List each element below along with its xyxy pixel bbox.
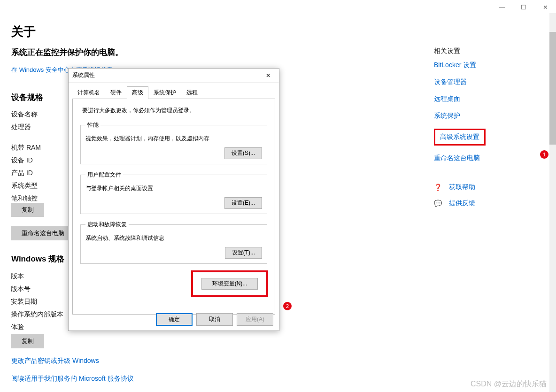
microsoft-agreement-link[interactable]: 阅读适用于我们服务的 Microsoft 服务协议 [11, 375, 134, 383]
group-performance: 性能 视觉效果，处理器计划，内存使用，以及虚拟内存 设置(S)... [80, 121, 267, 164]
device-spec-list: 设备名称 处理器 机带 RAM 设备 ID 产品 ID 系统类型 笔和触控 [11, 110, 41, 207]
startup-recovery-settings-button[interactable]: 设置(T)... [225, 247, 262, 259]
group-performance-desc: 视觉效果，处理器计划，内存使用，以及虚拟内存 [85, 135, 262, 143]
close-button[interactable]: ✕ [534, 0, 556, 14]
scrollbar-thumb[interactable] [549, 32, 556, 145]
spec-install-date: 安装日期 [11, 298, 63, 306]
group-startup-recovery: 启动和故障恢复 系统启动、系统故障和调试信息 设置(T)... [80, 221, 267, 264]
group-user-profiles: 用户配置文件 与登录帐户相关的桌面设置 设置(E)... [80, 171, 267, 214]
spec-device-name: 设备名称 [11, 110, 41, 119]
annotation-badge-2: 2 [283, 302, 292, 310]
related-settings-heading: 相关设置 [434, 47, 537, 55]
rename-pc-button[interactable]: 重命名这台电脑 [11, 226, 75, 240]
maximize-button[interactable]: ☐ [513, 0, 534, 14]
group-user-profiles-legend: 用户配置文件 [85, 171, 123, 179]
tab-system-protection[interactable]: 系统保护 [148, 86, 181, 99]
system-properties-dialog: 系统属性 ✕ 计算机名 硬件 高级 系统保护 远程 要进行大多数更改，你必须作为… [68, 68, 279, 331]
spec-product-id: 产品 ID [11, 169, 41, 177]
tab-body-advanced: 要进行大多数更改，你必须作为管理员登录。 性能 视觉效果，处理器计划，内存使用，… [72, 99, 275, 315]
get-help-label: 获取帮助 [449, 183, 475, 192]
annotation-highlight-env: 环境变量(N)... [191, 270, 268, 297]
spec-os-build: 操作系统内部版本 [11, 310, 63, 319]
performance-settings-button[interactable]: 设置(S)... [224, 147, 262, 159]
feedback-icon: 💬 [434, 200, 443, 207]
spec-processor: 处理器 [11, 123, 41, 131]
dialog-tabs: 计算机名 硬件 高级 系统保护 远程 [72, 86, 275, 99]
windows-spec-heading: Windows 规格 [11, 254, 64, 264]
get-help-row[interactable]: ❓ 获取帮助 [434, 183, 537, 192]
window-controls: — ☐ ✕ [491, 0, 556, 14]
sidebar-link-bitlocker[interactable]: BitLocker 设置 [434, 61, 537, 69]
related-settings-sidebar: 相关设置 BitLocker 设置 设备管理器 远程桌面 系统保护 高级系统设置… [434, 47, 537, 215]
environment-variables-button[interactable]: 环境变量(N)... [201, 278, 258, 290]
dialog-titlebar[interactable]: 系统属性 ✕ [69, 69, 279, 83]
spec-edition: 版本 [11, 272, 63, 281]
watermark: CSDN @云边的快乐猫 [471, 379, 547, 389]
sidebar-link-system-protection[interactable]: 系统保护 [434, 112, 537, 120]
group-user-profiles-desc: 与登录帐户相关的桌面设置 [85, 184, 262, 192]
sidebar-link-rename-pc[interactable]: 重命名这台电脑 [434, 154, 537, 162]
tab-advanced[interactable]: 高级 [127, 86, 148, 99]
device-spec-heading: 设备规格 [11, 92, 43, 103]
group-startup-recovery-desc: 系统启动、系统故障和调试信息 [85, 234, 262, 242]
cancel-button[interactable]: 取消 [196, 313, 233, 326]
user-profiles-settings-button[interactable]: 设置(E)... [224, 197, 262, 209]
admin-note: 要进行大多数更改，你必须作为管理员登录。 [82, 107, 268, 115]
spec-version: 版本号 [11, 285, 63, 293]
dialog-title: 系统属性 [72, 71, 95, 79]
tab-computer-name[interactable]: 计算机名 [72, 86, 105, 99]
protection-subheading: 系统正在监控并保护你的电脑。 [11, 47, 123, 58]
copy-device-spec-button[interactable]: 复制 [11, 203, 44, 217]
dialog-button-row: 确定 取消 应用(A) [156, 313, 273, 326]
dialog-close-button[interactable]: ✕ [261, 72, 275, 79]
sidebar-link-advanced-system-settings[interactable]: 高级系统设置 [440, 133, 479, 141]
change-product-key-link[interactable]: 更改产品密钥或升级 Windows [11, 357, 99, 365]
minimize-button[interactable]: — [491, 0, 513, 14]
group-performance-legend: 性能 [85, 121, 100, 129]
page-title: 关于 [11, 23, 36, 40]
windows-spec-list: 版本 版本号 安装日期 操作系统内部版本 体验 [11, 272, 63, 336]
copy-windows-spec-button[interactable]: 复制 [11, 334, 44, 348]
spec-experience: 体验 [11, 323, 63, 331]
annotation-highlight-advanced: 高级系统设置 [434, 129, 486, 146]
help-icon: ❓ [434, 184, 443, 191]
sidebar-link-device-manager[interactable]: 设备管理器 [434, 78, 537, 86]
spec-ram: 机带 RAM [11, 144, 41, 152]
spec-system-type: 系统类型 [11, 182, 41, 190]
group-startup-recovery-legend: 启动和故障恢复 [85, 221, 129, 229]
ok-button[interactable]: 确定 [156, 313, 193, 326]
tab-hardware[interactable]: 硬件 [105, 86, 127, 99]
spec-device-id: 设备 ID [11, 156, 41, 165]
spec-pen-touch: 笔和触控 [11, 194, 41, 203]
tab-remote[interactable]: 远程 [181, 86, 203, 99]
apply-button[interactable]: 应用(A) [237, 313, 273, 326]
feedback-row[interactable]: 💬 提供反馈 [434, 199, 537, 208]
annotation-badge-1: 1 [540, 150, 548, 159]
feedback-label: 提供反馈 [449, 199, 475, 208]
sidebar-link-remote-desktop[interactable]: 远程桌面 [434, 95, 537, 103]
vertical-scrollbar[interactable] [549, 13, 556, 392]
